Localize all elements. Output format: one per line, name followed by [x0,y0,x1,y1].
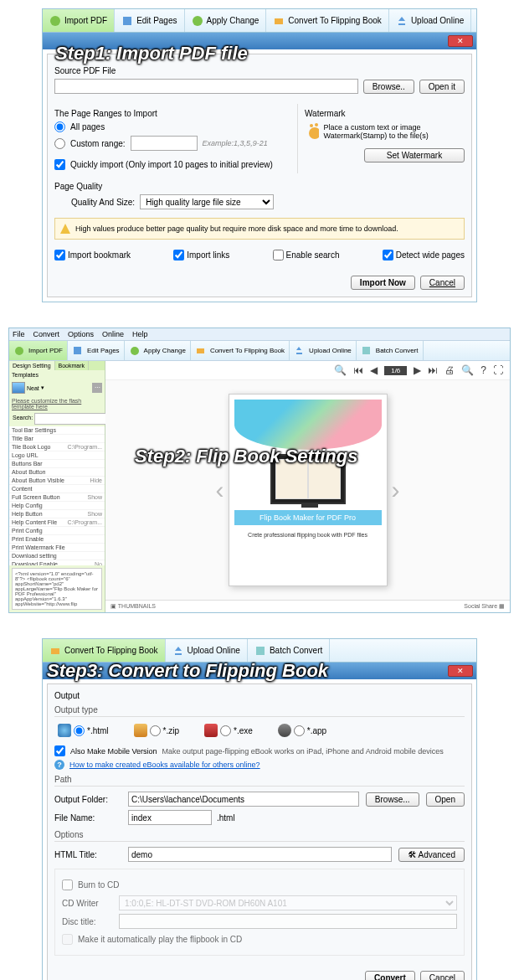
cancel-button[interactable]: Cancel [420,276,465,290]
tree-key: Download setting [12,553,57,559]
all-pages-radio[interactable] [54,121,65,132]
warning-text: High values produce better page quality … [75,224,398,233]
next-arrow[interactable]: › [388,473,404,507]
menu-convert[interactable]: Convert [33,330,60,338]
design-setting-tab[interactable]: Design Setting [9,361,55,370]
close-button[interactable]: ✕ [448,665,473,677]
tree-key: Print Config [12,528,43,534]
convert-button[interactable]: Convert To Flipping Book [43,639,166,662]
upload-button[interactable]: Upload Online [166,639,248,662]
menu-help[interactable]: Help [132,330,148,338]
convert-button[interactable]: Convert [365,971,415,980]
prev-page-icon[interactable]: ◀ [370,364,378,376]
toolbar2: Import PDF Edit Pages Apply Change Conve… [9,341,510,361]
tree-row[interactable]: Logo URL [9,451,105,460]
tree-row[interactable]: Help Content FileC:\Program... [9,518,105,527]
next-page-icon[interactable]: ▶ [414,364,421,376]
detect-wide-checkbox[interactable] [383,250,393,260]
menu-options[interactable]: Options [68,330,94,338]
search-input[interactable] [34,413,110,425]
menu-online[interactable]: Online [102,330,124,338]
search-icon[interactable]: 🔍 [334,364,347,376]
output-folder-input[interactable] [128,792,359,807]
tree-row[interactable]: Buttons Bar [9,460,105,468]
zoom-icon[interactable]: 🔍 [461,364,474,376]
cancel-button[interactable]: Cancel [420,971,465,980]
customize-link[interactable]: Please customize the flash template here [9,396,105,411]
menu-file[interactable]: File [13,330,25,338]
tree-value: No [95,561,102,565]
import-now-button[interactable]: Import Now [351,276,415,290]
print-icon[interactable]: 🖨 [444,364,455,376]
tree-row[interactable]: Help Config [9,502,105,510]
close-button[interactable]: ✕ [448,35,473,47]
batch-convert-button[interactable]: Batch Convert [357,341,424,360]
tree-row[interactable]: Print Enable [9,535,105,544]
label: Import bookmark [68,250,131,260]
template-browse-button[interactable]: ⋯ [92,383,102,393]
edit-pages-button[interactable]: Edit Pages [115,9,184,32]
edit-icon [72,345,84,357]
social-share-label[interactable]: Social Share ▦ [464,603,505,610]
help-icon[interactable]: ? [480,364,486,376]
bookmark-tab[interactable]: Bookmark [55,361,90,370]
burn-cd-checkbox[interactable] [62,879,73,890]
exe-radio[interactable] [220,725,231,736]
quality-select[interactable]: High quality large file size [140,194,274,209]
tree-row[interactable]: Title Bar [9,435,105,443]
enable-search-checkbox[interactable] [273,250,284,260]
import-bookmark-checkbox[interactable] [54,250,65,260]
edit-pages-button[interactable]: Edit Pages [68,341,125,360]
convert-button[interactable]: Convert To Flipping Book [266,9,389,32]
custom-range-input[interactable] [131,136,198,151]
apply-change-button[interactable]: Apply Change [125,341,191,360]
open-it-button[interactable]: Open it [419,80,465,94]
file-name-input[interactable] [128,810,212,825]
tree-row[interactable]: Tool Bar Settings [9,426,105,435]
html-radio[interactable] [74,725,85,736]
open-button[interactable]: Open [426,792,465,807]
fullscreen-icon[interactable]: ⛶ [493,364,503,376]
thumbnails-label[interactable]: ▣ THUMBNAILS [110,603,156,610]
tree-row[interactable]: Print Watermark File [9,544,105,552]
quick-import-checkbox[interactable] [54,159,65,170]
tree-row[interactable]: Content [9,485,105,493]
browse-button[interactable]: Browse.. [363,80,414,94]
book-cover[interactable]: Flip Book Maker for PDF Pro Crete profes… [229,394,388,586]
source-pdf-input[interactable] [54,79,358,94]
prev-arrow[interactable]: ‹ [212,473,229,507]
zip-radio[interactable] [150,725,161,736]
disc-title-label: Disc title: [62,917,112,926]
source-label: Source PDF File [54,66,465,75]
tree-row[interactable]: About Button [9,468,105,477]
html-title-input[interactable] [128,847,392,862]
settings-tree[interactable]: Tool Bar SettingsTitle BarTile Book Logo… [9,426,105,565]
tree-row[interactable]: Full Screen ButtonShow [9,493,105,502]
apply-change-button[interactable]: Apply Change [185,9,267,32]
import-links-checkbox[interactable] [173,250,184,260]
upload-button[interactable]: Upload Online [389,9,471,32]
import-pdf-button[interactable]: Import PDF [43,9,115,32]
first-page-icon[interactable]: ⏮ [353,364,363,376]
custom-range-radio[interactable] [54,138,65,149]
advanced-button[interactable]: 🛠 Advanced [398,848,465,862]
upload-button[interactable]: Upload Online [290,341,357,360]
tree-row[interactable]: About Button VisibleHide [9,477,105,485]
template-selector[interactable]: Neat ▾ ⋯ [9,379,105,396]
tree-row[interactable]: Help ButtonShow [9,510,105,518]
step1-title: Step1: Import PDF file [55,43,248,64]
last-page-icon[interactable]: ⏭ [428,364,438,376]
import-pdf-button[interactable]: Import PDF [9,341,68,360]
also-mobile-checkbox[interactable] [54,745,65,756]
tree-row[interactable]: Download setting [9,552,105,560]
tree-row[interactable]: Download EnableNo [9,560,105,565]
tree-row[interactable]: Tile Book LogoC:\Program... [9,443,105,451]
set-watermark-button[interactable]: Set Watermark [364,148,465,162]
batch-convert-button[interactable]: Batch Convert [248,639,330,662]
upload-icon [294,345,306,357]
convert-button[interactable]: Convert To Flipping Book [191,341,290,360]
app-radio[interactable] [294,725,305,736]
tree-row[interactable]: Print Config [9,527,105,535]
browse-button[interactable]: Browse... [366,792,419,807]
availability-link[interactable]: How to make created eBooks available for… [69,761,260,769]
